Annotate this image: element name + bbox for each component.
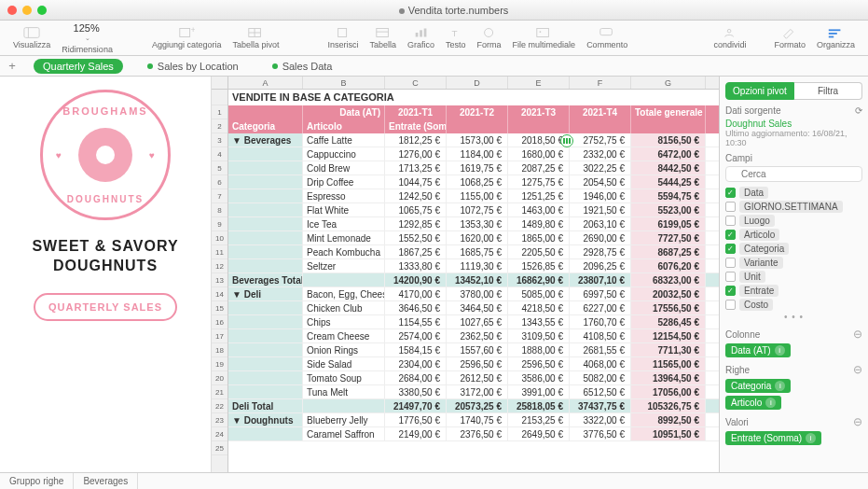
table-row[interactable]: ▼ DoughnutsBlueberry Jelly1776,50 €1740,… (228, 413, 719, 427)
remove-icon[interactable]: ⊖ (853, 415, 862, 428)
field-pill[interactable]: Categoria (739, 243, 789, 255)
field-pill[interactable]: Articolo (739, 229, 779, 241)
media-button[interactable]: File multimediale (507, 26, 582, 49)
pivot-handle-icon[interactable] (560, 134, 573, 147)
field-item[interactable]: ✓Entrate (725, 284, 862, 298)
text-button[interactable]: TTesto (440, 26, 472, 49)
footer-group-rows[interactable]: Gruppo righe (0, 473, 74, 489)
row-header[interactable]: 6 (212, 175, 227, 189)
info-icon[interactable]: i (775, 345, 785, 356)
field-pill[interactable]: Unit (739, 271, 765, 283)
table-row[interactable]: Chicken Club3646,50 €3464,50 €4218,50 €6… (228, 301, 719, 315)
add-sheet-button[interactable]: + (6, 59, 19, 73)
col-header[interactable]: E (508, 77, 570, 89)
field-item[interactable]: Unit (725, 270, 862, 284)
row-header[interactable]: 22 (212, 399, 227, 413)
organize-button[interactable]: Organizza (811, 26, 861, 49)
info-icon[interactable]: i (765, 398, 776, 408)
table-row[interactable]: ▼ BeveragesCaffe Latte1812,25 €1573,00 €… (228, 133, 719, 147)
row-header[interactable]: 5 (212, 161, 227, 175)
pivot-options-tab[interactable]: Opzioni pivot (725, 82, 794, 100)
table-row[interactable]: Drip Coffee1044,75 €1068,25 €1275,75 €20… (228, 175, 719, 189)
field-pill[interactable]: Variante (739, 257, 783, 269)
minimize-window[interactable] (22, 6, 32, 15)
field-item[interactable]: ✓Articolo (725, 228, 862, 242)
close-window[interactable] (7, 6, 17, 15)
table-row[interactable]: Tomato Soup2684,00 €2612,50 €3586,00 €50… (228, 371, 719, 385)
tab-sales-data[interactable]: Sales Data (263, 59, 342, 74)
more-fields[interactable]: • • • (725, 312, 862, 322)
field-item[interactable]: GIORNO.SETTIMANA (725, 200, 862, 214)
table-row[interactable]: Cappuccino1276,00 €1184,00 €1680,00 €233… (228, 147, 719, 161)
row-header[interactable]: 1 (212, 105, 227, 119)
field-item[interactable]: ✓Categoria (725, 242, 862, 256)
field-pill[interactable]: Luogo (739, 215, 775, 227)
fields-search-input[interactable] (725, 166, 862, 182)
table-row[interactable]: Cream Cheese2574,00 €2362,50 €3109,50 €4… (228, 329, 719, 343)
table-row[interactable]: Caramel Saffron2149,00 €2376,50 €2649,50… (228, 427, 719, 441)
tab-sales-by-location[interactable]: Sales by Location (138, 59, 248, 74)
format-button[interactable]: Formato (768, 26, 811, 49)
col-header[interactable]: A (228, 77, 303, 89)
refresh-icon[interactable]: ⟳ (855, 105, 862, 116)
row-header[interactable]: 2 (212, 119, 227, 133)
checkbox[interactable]: ✓ (725, 244, 736, 254)
value-pill-entrate[interactable]: Entrate (Somma)i (725, 431, 821, 445)
field-item[interactable]: Luogo (725, 214, 862, 228)
table-button[interactable]: Tabella (365, 26, 403, 49)
pivot-table-button[interactable]: Tabella pivot (227, 26, 284, 49)
col-header[interactable]: D (447, 77, 508, 89)
field-pill[interactable]: Costo (739, 299, 773, 311)
share-button[interactable]: condividi (708, 26, 751, 49)
field-item[interactable]: Costo (725, 298, 862, 312)
row-header[interactable]: 17 (212, 329, 227, 343)
insert-button[interactable]: Inserisci (323, 26, 365, 49)
row-header[interactable]: 20 (212, 371, 227, 385)
filter-tab[interactable]: Filtra (794, 82, 862, 100)
table-row[interactable]: ▼ DeliBacon, Egg, Cheese4170,00 €3780,00… (228, 287, 719, 301)
view-button[interactable]: Visualizza (7, 26, 56, 49)
row-header[interactable]: 3 (212, 133, 227, 147)
table-row[interactable]: Seltzer1333,80 €1119,30 €1526,85 €2096,2… (228, 259, 719, 273)
table-row[interactable]: Espresso1242,50 €1155,00 €1251,25 €1946,… (228, 189, 719, 203)
table-row[interactable]: Tuna Melt3380,50 €3172,00 €3991,00 €6512… (228, 385, 719, 399)
row-header[interactable]: 13 (212, 273, 227, 287)
remove-icon[interactable]: ⊖ (853, 363, 862, 376)
field-pill[interactable]: Data (739, 187, 768, 199)
checkbox[interactable] (725, 258, 736, 268)
row-header[interactable]: 15 (212, 301, 227, 315)
table-row[interactable]: Onion Rings1584,15 €1557,60 €1888,00 €26… (228, 343, 719, 357)
checkbox[interactable] (725, 202, 736, 212)
source-data-name[interactable]: Doughnut Sales (725, 119, 862, 129)
row-header[interactable]: 14 (212, 287, 227, 301)
field-pill[interactable]: GIORNO.SETTIMANA (739, 201, 843, 213)
table-row[interactable]: Ice Tea1292,85 €1353,30 €1489,80 €2063,1… (228, 217, 719, 231)
col-header[interactable]: B (303, 77, 385, 89)
zoom-window[interactable] (37, 6, 47, 15)
add-category-button[interactable]: +Aggiungi categoria (146, 26, 227, 49)
row-header[interactable]: 12 (212, 259, 227, 273)
row-header[interactable]: 10 (212, 231, 227, 245)
row-pill-articolo[interactable]: Articoloi (725, 396, 781, 410)
table-row[interactable]: Side Salad2304,00 €2596,50 €2596,50 €406… (228, 357, 719, 371)
remove-icon[interactable]: ⊖ (853, 328, 862, 341)
table-row[interactable]: Beverages Total14200,90 €13452,10 €16862… (228, 273, 719, 287)
row-header[interactable]: 21 (212, 385, 227, 399)
col-header[interactable]: C (385, 77, 447, 89)
table-row[interactable]: Flat White1065,75 €1072,75 €1463,00 €192… (228, 203, 719, 217)
checkbox[interactable] (725, 300, 736, 310)
chart-button[interactable]: Grafico (402, 26, 440, 49)
checkbox[interactable] (725, 272, 736, 282)
table-row[interactable]: Chips1154,55 €1027,65 €1343,55 €1760,70 … (228, 315, 719, 329)
col-header[interactable]: G (631, 77, 706, 89)
comment-button[interactable]: Commento (581, 26, 633, 49)
shape-button[interactable]: Forma (472, 26, 507, 49)
table-row[interactable]: Mint Lemonade1552,50 €1620,00 €1865,00 €… (228, 231, 719, 245)
col-header[interactable]: F (570, 77, 631, 89)
checkbox[interactable]: ✓ (725, 188, 736, 198)
row-header[interactable]: 16 (212, 315, 227, 329)
table-row[interactable]: Deli Total21497,70 €20573,25 €25818,05 €… (228, 399, 719, 413)
zoom-button[interactable]: 125%⌄Ridimensiona (56, 22, 118, 54)
field-item[interactable]: Variante (725, 256, 862, 270)
row-pill-categoria[interactable]: Categoriai (725, 379, 791, 393)
